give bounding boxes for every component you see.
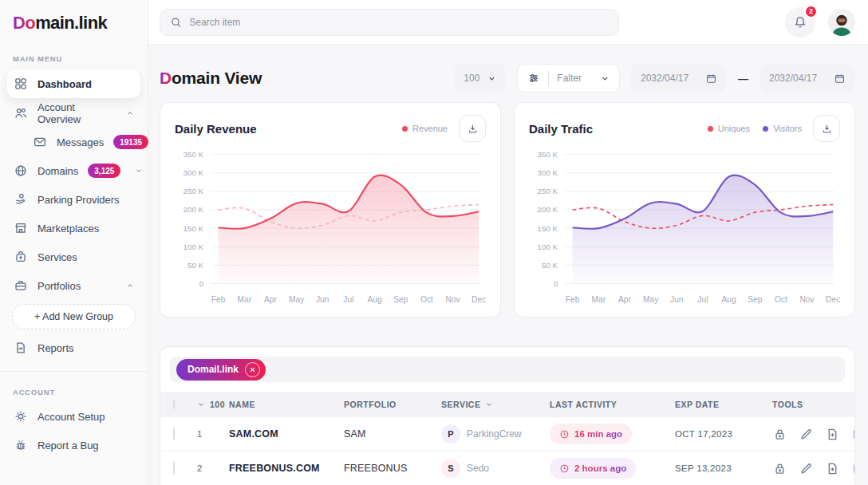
domain-name[interactable]: FREEBONUS.COM <box>229 463 344 474</box>
page-title-accent: D <box>160 69 172 87</box>
chevron-down-icon <box>485 400 493 408</box>
tools-cell <box>772 427 855 442</box>
chevron-down-icon <box>197 400 205 408</box>
svg-text:Oct: Oct <box>775 295 787 304</box>
legend-dot <box>763 126 768 132</box>
sidebar-item-account-setup[interactable]: Account Setup <box>7 403 140 430</box>
domain-filter-chip[interactable]: Domail.link <box>176 359 266 381</box>
download-icon <box>467 123 479 135</box>
svg-text:Apr: Apr <box>618 295 631 304</box>
edit-icon[interactable] <box>799 427 814 442</box>
sliders-icon <box>527 72 540 85</box>
date-from-picker[interactable]: 2032/04/17 <box>631 64 727 93</box>
bag-icon <box>14 250 28 264</box>
download-icon <box>821 123 833 135</box>
briefcase-icon <box>14 278 28 293</box>
bell-icon <box>793 15 807 30</box>
legend-dot <box>708 126 713 132</box>
daily-trafic-card: Daily Trafic UniquesVisitors 350 K300 K2… <box>514 102 855 317</box>
sidebar-item-messages[interactable]: Messages 19135 <box>7 128 140 156</box>
note-plus-icon[interactable] <box>851 461 855 476</box>
download-chart-button[interactable] <box>813 115 840 142</box>
hand-coin-icon <box>14 192 28 207</box>
service-header-cell[interactable]: SERVICE <box>441 400 550 409</box>
domain-name[interactable]: SAM.COM <box>229 428 344 440</box>
legend-item[interactable]: Revenue <box>402 124 448 133</box>
date-to-picker[interactable]: 2032/04/17 <box>760 64 855 93</box>
page-size-select[interactable]: 100 <box>454 64 506 93</box>
sidebar-item-label: Domains <box>37 165 78 177</box>
svg-text:Jul: Jul <box>343 295 353 304</box>
svg-text:0: 0 <box>554 279 558 288</box>
service-initial-avatar: P <box>441 424 460 444</box>
users-icon <box>14 106 28 120</box>
svg-text:May: May <box>289 295 305 304</box>
main-content: Domain View 100 Falter 2032/04/17 — <box>148 45 868 485</box>
file-plus-icon[interactable] <box>825 427 840 442</box>
service-header: SERVICE <box>441 400 480 409</box>
exp-date-header[interactable]: EXP DATE <box>675 400 772 409</box>
brand-logo-rest: main.link <box>35 13 107 33</box>
page-size-value: 100 <box>464 73 479 84</box>
sidebar-item-dashboard[interactable]: Dashboard <box>7 69 140 98</box>
chevron-up-icon <box>126 109 134 117</box>
lock-icon[interactable] <box>772 427 787 442</box>
brand-logo[interactable]: Domain.link <box>0 0 148 34</box>
sidebar-item-label: Marketplaces <box>37 223 99 235</box>
avatar-illustration <box>828 9 855 36</box>
service-name: Sedo <box>467 463 489 474</box>
sidebar-item-portfolios[interactable]: Portfolios <box>7 272 140 299</box>
svg-text:250 K: 250 K <box>183 187 204 195</box>
sidebar-item-account-overview[interactable]: Account Overview <box>7 100 140 127</box>
sidebar-item-label: Account Overview <box>37 101 116 125</box>
select-all-checkbox[interactable] <box>173 399 175 410</box>
chart-legend: UniquesVisitors <box>708 124 802 133</box>
search-icon <box>170 16 182 29</box>
svg-text:Feb: Feb <box>211 295 226 304</box>
tools-header: TOOLS <box>772 400 854 409</box>
edit-icon[interactable] <box>799 461 814 476</box>
legend-item[interactable]: Visitors <box>763 124 802 133</box>
chart-legend: Revenue <box>402 124 448 133</box>
name-header[interactable]: NAME <box>229 400 344 409</box>
svg-text:250 K: 250 K <box>538 187 558 195</box>
sidebar-item-label: Report a Bug <box>37 440 99 451</box>
row-checkbox[interactable] <box>173 460 175 475</box>
remove-filter-button[interactable] <box>245 362 260 377</box>
add-new-group-button[interactable]: + Add New Group <box>12 304 136 329</box>
last-activity-header[interactable]: LAST ACTIVITY <box>550 400 675 409</box>
sidebar-item-report-a-bug[interactable]: Report a Bug <box>7 432 140 459</box>
svg-text:350 K: 350 K <box>538 150 558 159</box>
sidebar-item-services[interactable]: Services <box>7 243 140 270</box>
lock-icon[interactable] <box>772 461 787 476</box>
portfolio-header[interactable]: PORTFOLIO <box>344 400 441 409</box>
brand-logo-accent: Do <box>13 13 35 33</box>
chart-header: Daily Revenue Revenue <box>175 115 486 142</box>
search-input[interactable] <box>189 17 609 28</box>
svg-text:Sep: Sep <box>748 295 762 304</box>
sidebar-item-parking-providers[interactable]: Parking Providers <box>7 186 140 213</box>
chart-title: Daily Revenue <box>175 122 257 136</box>
sidebar-item-domains[interactable]: Domains 3,125 <box>7 157 140 184</box>
service-cell: S Sedo <box>441 459 550 478</box>
count-header-cell[interactable]: 100 <box>197 400 229 409</box>
svg-text:350 K: 350 K <box>183 150 204 159</box>
row-checkbox[interactable] <box>173 426 175 441</box>
notifications-button[interactable]: 2 <box>785 7 815 37</box>
svg-text:Feb: Feb <box>566 295 580 304</box>
user-avatar[interactable] <box>828 9 855 36</box>
sidebar-item-label: Services <box>37 251 77 263</box>
svg-text:150 K: 150 K <box>538 224 558 233</box>
filter-dropdown[interactable]: Falter <box>517 64 620 93</box>
svg-text:300 K: 300 K <box>538 168 558 177</box>
legend-item[interactable]: Uniques <box>708 124 750 133</box>
note-plus-icon[interactable] <box>851 427 855 442</box>
download-chart-button[interactable] <box>459 115 486 142</box>
last-activity-text: 2 hours ago <box>574 463 626 473</box>
chart-title: Daily Trafic <box>529 122 593 136</box>
sidebar-item-reports[interactable]: Reports <box>7 334 140 361</box>
storefront-icon <box>14 221 28 235</box>
last-activity-text: 16 min ago <box>574 429 622 439</box>
sidebar-item-marketplaces[interactable]: Marketplaces <box>7 215 140 242</box>
file-plus-icon[interactable] <box>825 461 840 476</box>
